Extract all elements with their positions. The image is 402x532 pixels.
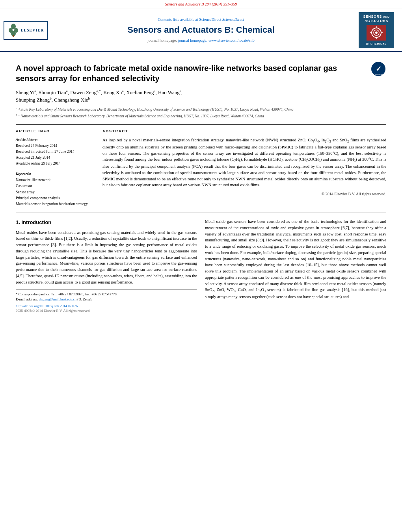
keyword-5: Materials-sensor integration fabrication… [16,201,95,207]
keyword-4: Principal component analysis [16,195,95,201]
article-title: A novel approach to fabricate metal oxid… [16,63,363,83]
journal-center-info: Contents lists available at ScienceDirec… [43,17,359,43]
sensors-actuators-logo: SENSORS andAcTuators B: Chemical [359,12,394,48]
abstract-text: As inspired by a novel materials-sensor … [102,137,386,188]
intro-right-paragraph: Metal oxide gas sensors have been consid… [205,219,386,300]
body-left-col: 1. Introduction Metal oxides have been c… [16,219,197,313]
sensors-logo-title: SENSORS andAcTuators [360,15,393,23]
journal-header: ELSEVIER Contents lists available at Sci… [0,9,402,52]
doi-link[interactable]: http://dx.doi.org/10.1016/j.snb.2014.07.… [16,304,197,309]
authors-text-2: Shunping Zhangb, Changsheng Xieb [16,97,90,103]
crossmark-badge-icon[interactable]: ✓ CrossMark [370,61,386,77]
svg-rect-5 [13,35,14,37]
issn-line: 0925-4005/© 2014 Elsevier B.V. All right… [16,308,197,313]
svg-text:✓: ✓ [376,65,382,73]
elsevier-text: ELSEVIER [21,28,44,33]
body-two-col: 1. Introduction Metal oxides have been c… [16,219,386,313]
title-area: A novel approach to fabricate metal oxid… [16,59,386,88]
elsevier-logo-box: ELSEVIER [4,21,48,40]
svg-point-9 [375,32,378,34]
corresponding-author-note: * Corresponding author. Tel.: +86 27 875… [16,292,197,297]
sensors-logo-subtitle: B: Chemical [360,42,393,46]
accepted-date: Accepted 21 July 2014 [16,155,95,160]
article-meta-top [0,52,402,55]
keyword-1: Nanowire-like network [16,177,95,183]
keywords-list: Nanowire-like network Gas sensor Sensor … [16,177,95,207]
homepage-link: journal homepage: journal homepage: www.… [43,38,359,43]
authors-line: Sheng Yia, Shouqin Tiana, Dawen Zenga,*,… [16,88,386,104]
affiliation-a: a ᵃ State Key Laboratory of Materials Pr… [16,107,386,112]
article-info-column: ARTICLE INFO Article history: Received 2… [16,129,95,207]
info-abstract-section: ARTICLE INFO Article history: Received 2… [16,124,386,207]
sciencedirect-brand[interactable]: ScienceDirect [222,17,244,22]
sensors-logo-image [367,25,386,41]
body-right-col: Metal oxide gas sensors have been consid… [205,219,386,313]
copyright-line: © 2014 Elsevier B.V. All rights reserved… [102,191,386,197]
email-link[interactable]: dwzeng@mail.hust.edu.cn [39,297,76,301]
section-divider-1 [16,213,386,213]
article-info-heading: ARTICLE INFO [16,129,95,134]
svg-point-1 [11,24,16,29]
elsevier-logo: ELSEVIER [8,21,43,40]
available-online-date: Available online 29 July 2014 [16,161,95,166]
received-revised-date: Received in revised form 27 June 2014 [16,149,95,154]
main-content: A novel approach to fabricate metal oxid… [0,55,402,321]
keywords-label: Keywords: [16,171,95,176]
received-date: Received 27 February 2014 [16,143,95,148]
keyword-3: Sensor array [16,189,95,195]
affiliations: a ᵃ State Key Laboratory of Materials Pr… [16,107,386,119]
keyword-2: Gas sensor [16,183,95,189]
journal-reference-bar: Sensors and Actuators B 204 (2014) 351–3… [0,0,402,9]
sciencedirect-link: Contents lists available at ScienceDirec… [43,17,359,22]
elsevier-tree-icon [7,23,19,37]
footnote-area: * Corresponding author. Tel.: +86 27 875… [16,289,197,313]
journal-ref-text: Sensors and Actuators B 204 (2014) 351–3… [165,2,237,6]
affiliation-b: b ᵇ Nanomaterials and Smart Sensors Rese… [16,113,386,119]
history-label: Article history: [16,137,95,142]
email-note: E-mail address: dwzeng@mail.hust.edu.cn … [16,297,197,302]
intro-left-paragraph: Metal oxides have been considered as pro… [16,230,197,285]
abstract-heading: ABSTRACT [102,129,386,134]
journal-title-header: Sensors and Actuators B: Chemical [43,24,359,36]
introduction-title: 1. Introduction [16,219,197,226]
svg-text:CrossMark: CrossMark [374,73,383,76]
authors-text: Sheng Yia, Shouqin Tiana, Dawen Zenga,*,… [16,89,182,95]
homepage-url[interactable]: journal homepage: www.elsevier.com/locat… [178,38,254,43]
abstract-column: ABSTRACT As inspired by a novel material… [102,129,386,207]
